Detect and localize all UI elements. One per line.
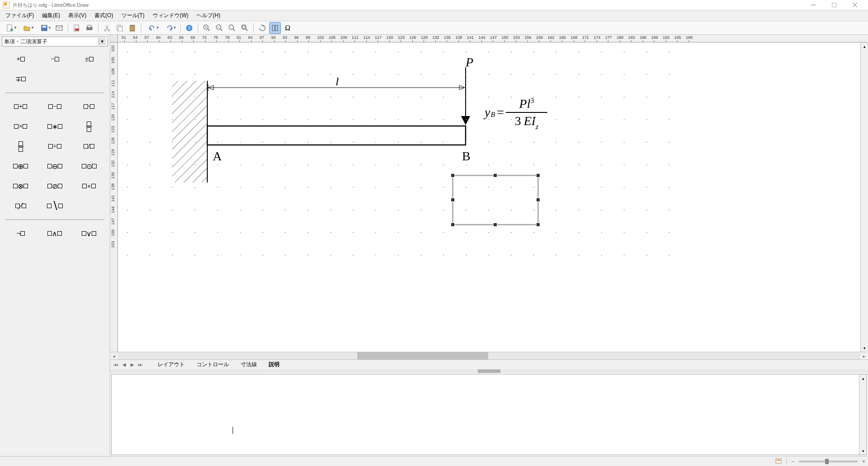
formula-deflection: y B = P l 3 3 — [485, 97, 547, 128]
op-minusplus[interactable]: ∓ — [5, 71, 36, 87]
label-point-a: A — [213, 149, 222, 163]
op-otimes[interactable]: ⊗ — [5, 178, 36, 194]
svg-rect-44 — [776, 459, 781, 463]
close-button[interactable] — [845, 0, 865, 10]
selection-box[interactable] — [452, 175, 539, 225]
op-ast[interactable]: ∗ — [40, 118, 70, 135]
tab-layout[interactable]: レイアウト — [152, 359, 191, 370]
op-minus[interactable]: − — [40, 51, 70, 67]
svg-line-24 — [208, 29, 210, 31]
open-button[interactable]: ▼ — [19, 22, 35, 34]
new-button[interactable]: ▼ — [2, 22, 18, 34]
help-button[interactable]: ? — [183, 22, 195, 34]
resize-handle-n[interactable] — [493, 173, 497, 177]
op-neg[interactable]: ¬ — [5, 225, 36, 242]
op-wideslash[interactable]: ⁄ — [5, 198, 36, 214]
export-pdf-button[interactable] — [71, 22, 83, 34]
copy-button[interactable] — [114, 22, 126, 34]
op-sub[interactable]: − — [40, 98, 70, 115]
save-button[interactable]: ▼ — [36, 22, 52, 34]
statusbar: − + — [0, 456, 868, 466]
svg-text:?: ? — [188, 25, 191, 31]
tab-dimension[interactable]: 寸法線 — [235, 359, 263, 370]
chevron-down-icon: ▼ — [98, 38, 106, 45]
formula-cursor-button[interactable] — [269, 22, 281, 34]
zoom-out-button[interactable] — [214, 22, 225, 34]
element-category-select[interactable]: 単項・二項演算子 ▼ — [2, 37, 108, 47]
op-frac[interactable] — [74, 118, 104, 135]
op-plus[interactable]: + — [5, 51, 36, 67]
maximize-button[interactable] — [824, 0, 845, 10]
label-point-b: B — [462, 149, 471, 163]
canvas-viewport[interactable]: P l A B y B = P l 3 — [118, 42, 860, 352]
paste-button[interactable] — [126, 22, 138, 34]
tab-controls[interactable]: コントロール — [191, 359, 235, 370]
menu-format[interactable]: 書式(O) — [91, 10, 117, 21]
op-add[interactable]: + — [5, 98, 36, 115]
label-length-l: l — [336, 75, 339, 89]
menu-view[interactable]: 表示(V) — [65, 10, 90, 21]
menu-window[interactable]: ウィンドウ(W) — [149, 10, 192, 21]
refresh-button[interactable] — [257, 22, 268, 34]
zoom-page-button[interactable] — [239, 22, 251, 34]
slide-master-icon[interactable] — [775, 458, 782, 465]
redo-button[interactable]: ▼ — [161, 22, 177, 34]
resize-handle-ne[interactable] — [536, 173, 540, 177]
op-ominus[interactable]: ⊖ — [40, 158, 70, 174]
op-odot[interactable]: ⊙ — [74, 158, 104, 174]
vertical-scrollbar[interactable]: ▴ ▾ — [860, 42, 868, 352]
op-slash[interactable]: / — [74, 138, 104, 154]
menu-help[interactable]: ヘルプ(H) — [193, 10, 224, 21]
svg-rect-34 — [243, 26, 245, 28]
svg-point-7 — [10, 28, 13, 31]
resize-handle-nw[interactable] — [451, 173, 455, 177]
resize-handle-se[interactable] — [536, 223, 540, 227]
resize-handle-e[interactable] — [536, 198, 540, 202]
op-oslash[interactable]: ⊘ — [40, 178, 70, 194]
menu-file[interactable]: ファイル(F) — [2, 10, 37, 21]
svg-rect-9 — [42, 26, 46, 28]
mail-button[interactable] — [53, 22, 65, 34]
op-circ[interactable]: ∘ — [74, 178, 104, 194]
op-oplus[interactable]: ⊕ — [5, 158, 36, 174]
zoom-in-button[interactable] — [201, 22, 213, 34]
menu-edit[interactable]: 編集(E) — [38, 10, 64, 21]
horizontal-scrollbar[interactable]: ◂ ▸ — [110, 352, 868, 359]
print-button[interactable] — [84, 22, 95, 34]
formula-scrollbar[interactable]: ▴ ▾ — [859, 374, 867, 455]
zoom-thumb[interactable] — [825, 459, 829, 464]
zoom-out-icon[interactable]: − — [791, 458, 794, 465]
zoom-100-button[interactable] — [226, 22, 238, 34]
tab-last-button[interactable]: ⏭ — [136, 361, 145, 369]
resize-handle-s[interactable] — [493, 223, 497, 227]
op-and[interactable]: ∧ — [40, 225, 70, 242]
zoom-slider[interactable] — [799, 461, 858, 462]
resize-handle-w[interactable] — [451, 198, 455, 202]
symbol-button[interactable]: Ω — [282, 22, 294, 34]
formula-editor[interactable]: ▴ ▾ — [111, 374, 867, 455]
elements-panel: 単項・二項演算子 ▼ + − ± ∓ + − · × ∗ ÷ / ⊕ ⊖ ⊙ ⊗… — [0, 35, 110, 456]
op-frac2[interactable] — [5, 138, 36, 154]
tab-first-button[interactable]: ⏮ — [112, 361, 120, 369]
formula-y: y — [485, 105, 490, 120]
op-or[interactable]: ∨ — [74, 225, 104, 242]
minimize-button[interactable] — [803, 0, 824, 10]
zoom-in-icon[interactable]: + — [862, 458, 865, 465]
resize-handle-sw[interactable] — [451, 223, 455, 227]
menu-tools[interactable]: ツール(T) — [118, 10, 148, 21]
tab-prev-button[interactable]: ◀ — [120, 361, 128, 369]
splitter-handle[interactable] — [478, 369, 500, 373]
svg-point-16 — [108, 29, 110, 31]
op-plusminus[interactable]: ± — [74, 51, 104, 67]
op-cdot[interactable]: · — [74, 98, 104, 115]
svg-rect-40 — [207, 126, 466, 145]
svg-rect-3 — [832, 3, 836, 7]
svg-rect-45 — [777, 460, 780, 461]
cut-button[interactable] — [101, 22, 113, 34]
op-widebslash[interactable]: ∖ — [40, 198, 70, 214]
undo-button[interactable]: ▼ — [144, 22, 160, 34]
op-div[interactable]: ÷ — [40, 138, 70, 154]
tab-description[interactable]: 説明 — [263, 359, 285, 370]
op-times[interactable]: × — [5, 118, 36, 135]
tab-next-button[interactable]: ▶ — [128, 361, 136, 369]
